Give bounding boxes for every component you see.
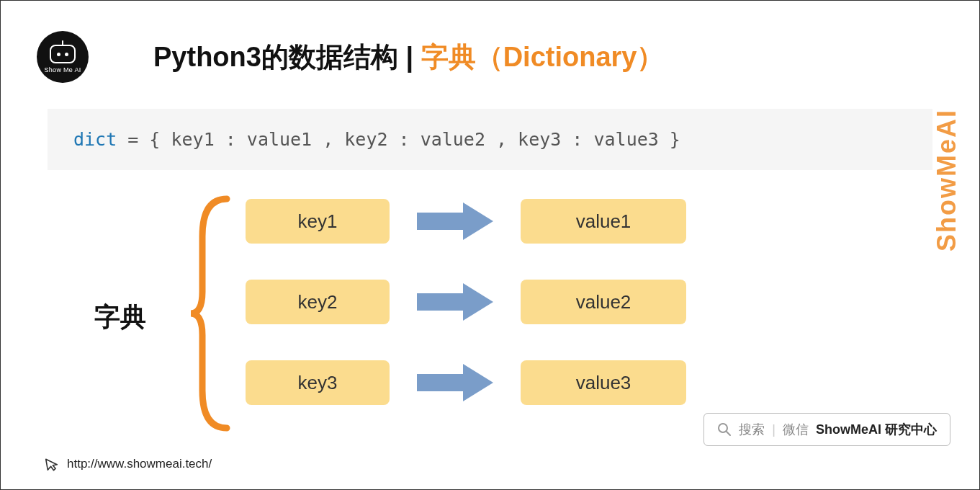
footer-url: http://www.showmeai.tech/: [67, 457, 212, 471]
svg-marker-3: [463, 283, 493, 321]
kv-row: key2 value2: [246, 280, 686, 324]
key-value-rows: key1 value1 key2 value2 key3 value3: [246, 199, 686, 405]
arrow-right-icon: [415, 282, 495, 322]
account-name: ShowMeAI 研究中心: [816, 421, 937, 438]
value-box: value1: [521, 199, 686, 244]
robot-face-icon: [50, 45, 76, 63]
title-part3: （Dictionary）: [476, 42, 665, 72]
wechat-label: 微信: [783, 421, 809, 438]
arrow-right-icon: [415, 362, 495, 403]
value-box: value2: [521, 280, 686, 324]
page-title: Python3的数据结构 | 字典（Dictionary）: [153, 39, 664, 76]
arrow-right-icon: [415, 201, 495, 241]
svg-marker-1: [463, 202, 493, 240]
value-box: value3: [521, 360, 686, 405]
code-keyword: dict: [73, 129, 117, 150]
divider: |: [772, 422, 776, 437]
search-label: 搜索: [739, 421, 765, 438]
svg-rect-0: [417, 213, 464, 230]
brace-icon: [188, 195, 235, 432]
key-box: key3: [246, 360, 390, 405]
svg-rect-4: [417, 374, 464, 391]
code-body: = { key1 : value1 , key2 : value2 , key3…: [117, 129, 680, 150]
key-box: key1: [246, 199, 390, 244]
dictionary-diagram: 字典 key1 value1 key2 value2 key3: [1, 199, 979, 444]
search-icon: [717, 422, 732, 437]
logo-text: Show Me AI: [44, 66, 81, 74]
cursor-icon: [42, 455, 60, 473]
code-example: dict = { key1 : value1 , key2 : value2 ,…: [48, 109, 932, 170]
kv-row: key1 value1: [246, 199, 686, 244]
title-part2: 字典: [421, 42, 476, 72]
key-box: key2: [246, 280, 390, 324]
svg-marker-5: [463, 364, 493, 401]
logo-badge: Show Me AI: [37, 31, 89, 83]
svg-rect-2: [417, 293, 464, 311]
wechat-search-badge: 搜索 | 微信 ShowMeAI 研究中心: [703, 413, 950, 446]
svg-point-6: [719, 424, 727, 432]
svg-line-7: [727, 432, 730, 435]
kv-row: key3 value3: [246, 360, 686, 405]
footer: http://www.showmeai.tech/: [44, 456, 212, 472]
title-part1: Python3的数据结构 |: [153, 42, 421, 72]
header: Show Me AI Python3的数据结构 | 字典（Dictionary）: [1, 1, 979, 97]
watermark-side: ShowMeAI: [932, 109, 962, 251]
diagram-label: 字典: [94, 300, 146, 335]
